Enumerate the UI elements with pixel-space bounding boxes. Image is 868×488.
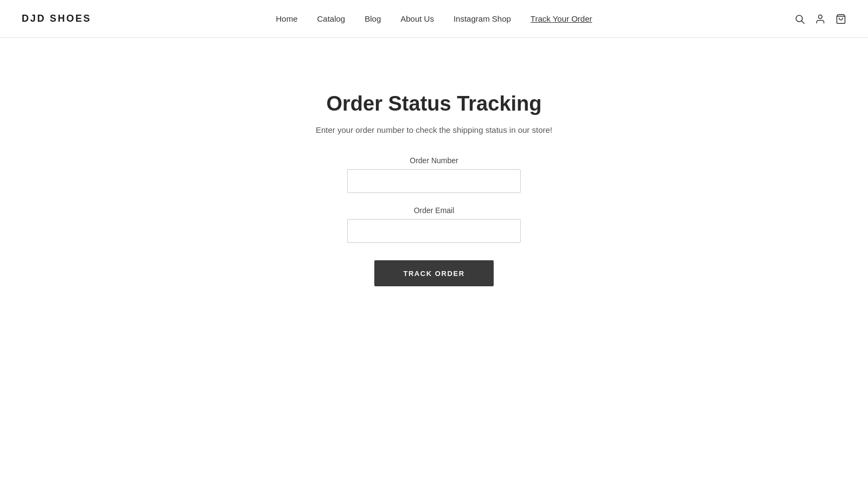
order-email-label: Order Email bbox=[347, 206, 521, 215]
tracking-form: Order Number Order Email TRACK ORDER bbox=[347, 156, 521, 286]
nav-catalog[interactable]: Catalog bbox=[317, 14, 346, 23]
site-logo[interactable]: DJD SHOES bbox=[22, 13, 91, 24]
nav-track-your-order[interactable]: Track Your Order bbox=[531, 14, 592, 23]
search-icon[interactable] bbox=[794, 14, 805, 24]
order-number-group: Order Number bbox=[347, 156, 521, 193]
track-order-button[interactable]: TRACK ORDER bbox=[374, 260, 494, 286]
order-number-input[interactable] bbox=[347, 169, 521, 193]
login-icon[interactable] bbox=[815, 14, 826, 24]
main-content: Order Status Tracking Enter your order n… bbox=[0, 38, 868, 286]
nav-blog[interactable]: Blog bbox=[365, 14, 381, 23]
nav-home[interactable]: Home bbox=[276, 14, 297, 23]
nav-instagram-shop[interactable]: Instagram Shop bbox=[454, 14, 511, 23]
order-number-label: Order Number bbox=[347, 156, 521, 165]
page-subtitle: Enter your order number to check the shi… bbox=[316, 125, 552, 134]
nav-about-us[interactable]: About Us bbox=[400, 14, 434, 23]
main-nav: Home Catalog Blog About Us Instagram Sho… bbox=[276, 14, 592, 23]
cart-icon[interactable] bbox=[835, 14, 846, 24]
svg-line-1 bbox=[802, 21, 805, 23]
order-email-group: Order Email bbox=[347, 206, 521, 243]
order-email-input[interactable] bbox=[347, 219, 521, 243]
header: DJD SHOES Home Catalog Blog About Us Ins… bbox=[0, 0, 868, 38]
svg-point-2 bbox=[819, 15, 822, 18]
header-actions bbox=[794, 14, 846, 24]
page-title: Order Status Tracking bbox=[326, 92, 541, 115]
